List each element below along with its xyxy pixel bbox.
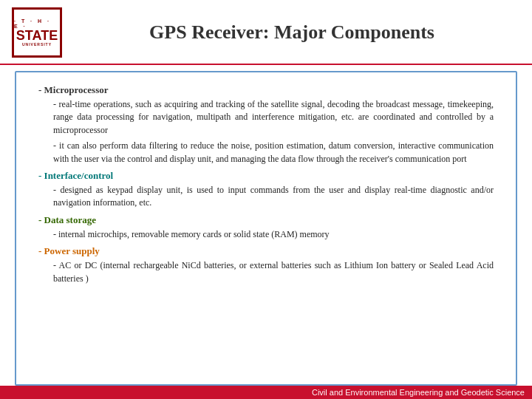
section-heading-data-storage: - Data storage <box>38 214 494 226</box>
sub-item-microprocessor-1: - it can also perform data filtering to … <box>53 140 494 166</box>
header: · T · H · E · STATE UNIVERSITY GPS Recei… <box>0 0 532 65</box>
logo-area: · T · H · E · STATE UNIVERSITY <box>7 7 66 58</box>
title-area: GPS Receiver: Major Components <box>66 21 517 44</box>
sub-item-microprocessor-0: - real-time operations, such as acquirin… <box>53 98 494 137</box>
slide-container: · T · H · E · STATE UNIVERSITY GPS Recei… <box>0 0 532 399</box>
section-heading-power-supply: - Power supply <box>38 245 494 257</box>
content-area: - Microprocessor- real-time operations, … <box>15 71 517 386</box>
section-heading-interface-control: - Interface/control <box>38 170 494 182</box>
sub-item-power-supply-0: - AC or DC (internal rechargeable NiCd b… <box>53 259 494 285</box>
logo-bottom-text: UNIVERSITY <box>22 42 52 47</box>
slide-title: GPS Receiver: Major Components <box>66 21 517 44</box>
section-heading-microprocessor: - Microprocessor <box>38 84 494 96</box>
footer-text: Civil and Environmental Engineering and … <box>312 388 525 397</box>
logo-top-text: · T · H · E · <box>14 18 60 29</box>
sub-item-interface-control-0: - designed as keypad display unit, is us… <box>53 184 494 210</box>
footer: Civil and Environmental Engineering and … <box>0 386 532 399</box>
logo-state-text: STATE <box>16 29 58 42</box>
osu-logo: · T · H · E · STATE UNIVERSITY <box>12 7 62 58</box>
sub-item-data-storage-0: - internal microchips, removable memory … <box>53 228 494 241</box>
